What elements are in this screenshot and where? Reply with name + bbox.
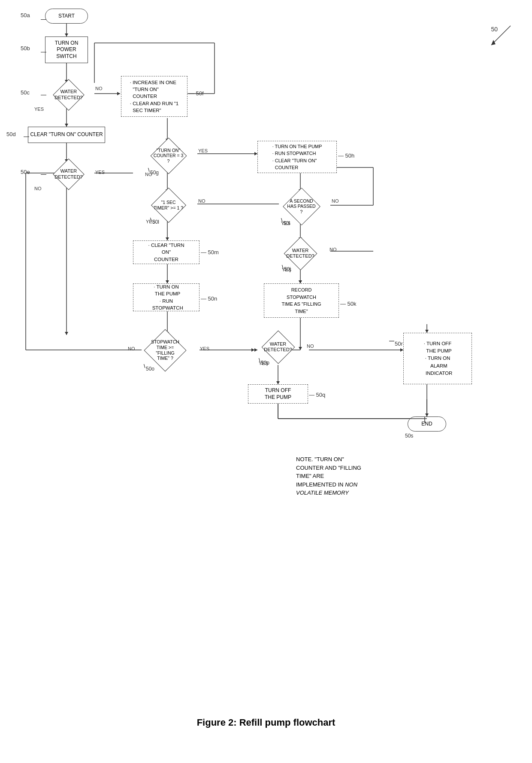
- label-50e: 50e: [21, 169, 30, 175]
- turn-on-pump-h-node: · TURN ON THE PUMP · RUN STOPWATCH · CLE…: [257, 141, 337, 173]
- label-50r: 50r: [395, 340, 403, 347]
- dash-50a: —: [41, 16, 46, 22]
- svg-marker-56: [491, 40, 496, 45]
- label-50s: 50s: [405, 433, 413, 439]
- label-50q: — 50q: [309, 392, 325, 398]
- increase-counter-node: · INCREASE IN ONE "TURN ON" COUNTER · CL…: [121, 76, 187, 117]
- stopwatch-o-container: STOPWATCHTIME >="FILLINGTIME" ?: [139, 334, 191, 366]
- label-50m: — 50m: [201, 249, 219, 255]
- dash-50c: —: [41, 91, 46, 98]
- start-node: START: [45, 9, 88, 24]
- no-label-l: NO: [198, 198, 206, 204]
- svg-marker-50: [254, 152, 257, 155]
- yes-label-j: YES: [282, 267, 291, 272]
- water-detected-c-container: WATERDETECTED?: [45, 83, 92, 106]
- label-50a: 50a: [21, 12, 30, 18]
- svg-marker-42: [166, 237, 169, 240]
- ref-arrow: [485, 24, 519, 49]
- turn-off-pump-q-node: TURN OFFTHE PUMP: [248, 384, 308, 404]
- svg-marker-54: [65, 332, 68, 335]
- yes-label-c: YES: [34, 106, 44, 112]
- line-50r: |: [389, 340, 396, 342]
- label-50k: — 50k: [340, 301, 357, 307]
- no-label-c: NO: [95, 86, 103, 91]
- second-passed-i-container: A SECONDHAS PASSED?: [277, 192, 326, 220]
- figure-caption: Figure 2: Refill pump flowchart: [0, 708, 532, 733]
- svg-marker-67: [299, 280, 302, 283]
- svg-marker-38: [65, 124, 68, 127]
- label-50c: 50c: [21, 89, 30, 96]
- clear-counter-m-node: · CLEAR "TURNON"COUNTER: [133, 240, 200, 264]
- svg-marker-63: [425, 330, 429, 333]
- svg-marker-65: [276, 381, 280, 384]
- power-switch-node: TURN ONPOWERSWITCH: [45, 36, 88, 63]
- end-line: [420, 416, 429, 423]
- sec-timer-l-container: "1 SECTIMER" >= 1 ?: [146, 192, 191, 218]
- yes-label-l: YES: [146, 219, 155, 224]
- yes-label-e: YES: [95, 170, 105, 175]
- no-label-j: NO: [329, 247, 337, 252]
- svg-marker-43: [166, 280, 169, 283]
- yes-label-o: YES: [200, 346, 209, 351]
- yes-label-i: YES: [281, 221, 290, 226]
- yes-label-p: YES: [259, 361, 268, 366]
- svg-marker-61: [425, 413, 429, 416]
- turn-on-pump-n-node: · TURN ON THE PUMP· RUN STOPWATCH: [133, 283, 200, 311]
- label-50o: 50o: [146, 366, 154, 372]
- dash-50d: —: [24, 133, 29, 140]
- svg-marker-36: [65, 33, 68, 36]
- water-detected-e-container: WATERDETECTED?: [45, 162, 92, 186]
- turn-off-alarm-r-node: · TURN OFF THE PUMP· TURN ON ALARM INDIC…: [403, 333, 472, 384]
- no-label-p: NO: [307, 344, 314, 349]
- dash-50b: —: [41, 49, 46, 55]
- label-50n: — 50n: [201, 295, 217, 302]
- label-50h: — 50h: [338, 152, 354, 159]
- flowchart-diagram: 50 START 50a — TURN ONPOWERSWITCH 50b — …: [0, 0, 532, 708]
- record-stopwatch-k-node: RECORDSTOPWATCHTIME AS "FILLINGTIME": [264, 283, 339, 318]
- label-50b: 50b: [21, 45, 30, 52]
- yes-label-g: YES: [198, 148, 208, 153]
- label-50d: 50d: [6, 131, 16, 137]
- clear-counter-d-node: CLEAR "TURN ON" COUNTER: [28, 127, 105, 143]
- no-label-i: NO: [332, 198, 339, 204]
- svg-marker-47: [299, 280, 302, 283]
- svg-marker-66: [251, 348, 254, 352]
- dash-50e: —: [41, 171, 46, 177]
- counter-eq3-g-container: "TURN ON"COUNTER = 3?: [146, 142, 191, 170]
- svg-marker-64: [400, 348, 403, 352]
- no-label-e: NO: [34, 186, 42, 191]
- note-block: NOTE. "TURN ON"COUNTER AND "FILLINGTIME"…: [296, 455, 361, 497]
- label-50f: — 50f: [189, 90, 204, 97]
- water-detected-j-container: WATERDETECTED?: [277, 240, 324, 266]
- water-detected-p-container: WATERDETECTED?: [254, 334, 302, 360]
- no-label-g: NO: [145, 172, 152, 177]
- no-label-o: NO: [128, 346, 135, 351]
- svg-marker-49: [117, 92, 120, 95]
- backslash-50o: \: [144, 363, 145, 369]
